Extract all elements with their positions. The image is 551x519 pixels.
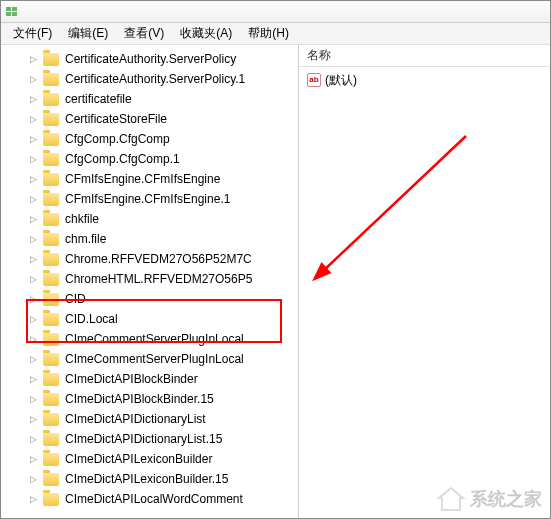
tree-item-label: CFmIfsEngine.CFmIfsEngine.1 [65,192,230,206]
folder-icon [43,413,59,426]
list-item[interactable]: ab (默认) [307,71,542,89]
tree-item[interactable]: Chrome.RFFVEDM27O56P52M7C [21,249,298,269]
tree-item[interactable]: CImeCommentServerPlugInLocal [21,349,298,369]
tree-item[interactable]: CImeDictAPIDictionaryList [21,409,298,429]
expand-icon[interactable] [27,293,39,305]
folder-icon [43,393,59,406]
tree-item[interactable]: CImeDictAPIBlockBinder.15 [21,389,298,409]
folder-icon [43,353,59,366]
tree-item-label: CID.Local [65,312,118,326]
tree-item-label: CertificateAuthority.ServerPolicy.1 [65,72,245,86]
tree-item[interactable]: chm.file [21,229,298,249]
expand-icon[interactable] [27,93,39,105]
column-header-name[interactable]: 名称 [299,45,550,67]
expand-icon[interactable] [27,253,39,265]
expand-icon[interactable] [27,473,39,485]
expand-icon[interactable] [27,113,39,125]
string-value-icon: ab [307,73,321,87]
expand-icon[interactable] [27,333,39,345]
svg-rect-0 [6,7,11,11]
tree-item-label: CImeDictAPIDictionaryList.15 [65,432,222,446]
expand-icon[interactable] [27,313,39,325]
tree-item[interactable]: CertificateAuthority.ServerPolicy [21,49,298,69]
tree-item[interactable]: CImeDictAPILocalWordComment [21,489,298,509]
folder-icon [43,473,59,486]
folder-icon [43,253,59,266]
folder-icon [43,153,59,166]
expand-icon[interactable] [27,133,39,145]
tree-item-label: CFmIfsEngine.CFmIfsEngine [65,172,220,186]
tree-item[interactable]: CertificateAuthority.ServerPolicy.1 [21,69,298,89]
folder-icon [43,493,59,506]
tree-item[interactable]: CImeDictAPILexiconBuilder [21,449,298,469]
folder-icon [43,173,59,186]
menu-help[interactable]: 帮助(H) [240,23,297,44]
tree-item[interactable]: CID.Local [21,309,298,329]
tree-item[interactable]: CfgComp.CfgComp [21,129,298,149]
folder-icon [43,133,59,146]
menu-edit[interactable]: 编辑(E) [60,23,116,44]
folder-icon [43,213,59,226]
tree-item[interactable]: CertificateStoreFile [21,109,298,129]
tree-item-label: CfgComp.CfgComp.1 [65,152,180,166]
tree-item-label: chkfile [65,212,99,226]
tree-item-label: CImeCommentServerPlugInLocal [65,352,244,366]
expand-icon[interactable] [27,493,39,505]
tree-item-label: CfgComp.CfgComp [65,132,170,146]
tree-item-label: CImeCommentServerPlugInLocal [65,332,244,346]
expand-icon[interactable] [27,153,39,165]
folder-icon [43,293,59,306]
folder-icon [43,433,59,446]
tree-item[interactable]: CImeCommentServerPlugInLocal [21,329,298,349]
svg-rect-3 [12,12,17,16]
expand-icon[interactable] [27,373,39,385]
menu-file[interactable]: 文件(F) [5,23,60,44]
tree-item[interactable]: CfgComp.CfgComp.1 [21,149,298,169]
registry-tree[interactable]: CertificateAuthority.ServerPolicyCertifi… [1,45,298,513]
tree-item[interactable]: ChromeHTML.RFFVEDM27O56P5 [21,269,298,289]
tree-item-label: CImeDictAPILexiconBuilder [65,452,212,466]
tree-item[interactable]: CID [21,289,298,309]
folder-icon [43,313,59,326]
expand-icon[interactable] [27,73,39,85]
tree-item[interactable]: CFmIfsEngine.CFmIfsEngine.1 [21,189,298,209]
expand-icon[interactable] [27,173,39,185]
folder-icon [43,233,59,246]
tree-item[interactable]: CImeDictAPIBlockBinder [21,369,298,389]
tree-item-label: CertificateStoreFile [65,112,167,126]
expand-icon[interactable] [27,433,39,445]
expand-icon[interactable] [27,393,39,405]
app-icon [5,4,21,20]
folder-icon [43,453,59,466]
values-list: ab (默认) [299,67,550,93]
tree-item-label: certificatefile [65,92,132,106]
tree-item-label: CImeDictAPIDictionaryList [65,412,206,426]
expand-icon[interactable] [27,53,39,65]
svg-rect-1 [12,7,17,11]
tree-item[interactable]: CFmIfsEngine.CFmIfsEngine [21,169,298,189]
titlebar [1,1,550,23]
expand-icon[interactable] [27,233,39,245]
expand-icon[interactable] [27,193,39,205]
tree-item-label: CImeDictAPIBlockBinder.15 [65,392,214,406]
values-pane: 名称 ab (默认) [299,45,550,518]
tree-item-label: CImeDictAPIBlockBinder [65,372,198,386]
expand-icon[interactable] [27,353,39,365]
expand-icon[interactable] [27,213,39,225]
folder-icon [43,73,59,86]
tree-item[interactable]: chkfile [21,209,298,229]
menubar: 文件(F) 编辑(E) 查看(V) 收藏夹(A) 帮助(H) [1,23,550,45]
menu-favorites[interactable]: 收藏夹(A) [172,23,240,44]
tree-item-label: chm.file [65,232,106,246]
tree-item[interactable]: CImeDictAPIDictionaryList.15 [21,429,298,449]
menu-view[interactable]: 查看(V) [116,23,172,44]
expand-icon[interactable] [27,453,39,465]
expand-icon[interactable] [27,413,39,425]
folder-icon [43,113,59,126]
tree-item-label: CID [65,292,86,306]
tree-item[interactable]: CImeDictAPILexiconBuilder.15 [21,469,298,489]
expand-icon[interactable] [27,273,39,285]
tree-item[interactable]: certificatefile [21,89,298,109]
folder-icon [43,373,59,386]
tree-item-label: CertificateAuthority.ServerPolicy [65,52,236,66]
